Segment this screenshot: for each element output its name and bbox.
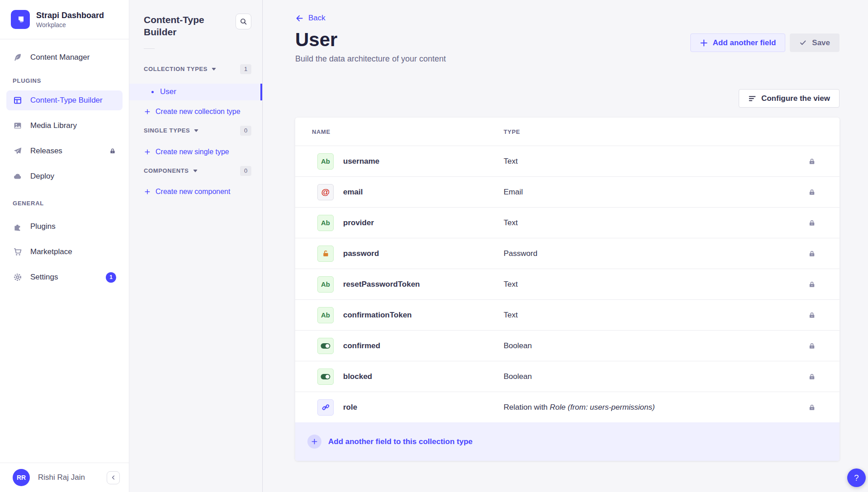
divider — [144, 48, 155, 49]
configure-row: Configure the view — [295, 89, 840, 108]
main-content: Back User Build the data architecture of… — [263, 0, 868, 492]
shopping-cart-icon — [13, 247, 23, 257]
field-name: blocked — [343, 372, 504, 381]
collection-types-count: 1 — [240, 64, 251, 74]
lock-icon — [808, 188, 816, 196]
configure-view-button[interactable]: Configure the view — [739, 89, 840, 108]
lock-icon — [808, 250, 816, 258]
column-header-type: TYPE — [504, 128, 520, 135]
workspace-switcher[interactable]: Strapi Dashboard Workplace — [0, 0, 129, 39]
check-icon — [799, 39, 807, 47]
section-single-types[interactable]: SINGLE TYPES 0 — [129, 126, 262, 136]
table-row: confirmed Boolean — [295, 330, 840, 361]
create-collection-type-link[interactable]: Create new collection type — [129, 106, 262, 117]
relation-field-icon — [317, 399, 334, 416]
settings-notification-badge: 1 — [106, 272, 116, 283]
sidebar-item-label: Plugins — [30, 222, 56, 231]
save-button[interactable]: Save — [790, 33, 840, 52]
text-field-icon: Ab — [317, 153, 334, 170]
collapse-sidebar-button[interactable] — [107, 471, 120, 484]
lock-icon — [808, 219, 816, 227]
help-button[interactable]: ? — [847, 468, 866, 487]
field-type: Relation with Role (from: users-permissi… — [504, 403, 808, 412]
field-type: Boolean — [504, 341, 808, 350]
plus-icon — [144, 109, 151, 115]
field-type: Text — [504, 218, 808, 227]
subnav-header: Content-Type Builder — [129, 14, 262, 38]
sidebar-item-releases[interactable]: Releases — [6, 141, 123, 161]
paper-plane-icon — [13, 146, 23, 156]
sidebar-item-label: Releases — [30, 147, 62, 156]
cloud-icon — [13, 171, 23, 181]
table-row: @ email Email — [295, 176, 840, 207]
lock-icon — [808, 311, 816, 319]
sidebar-item-label: Deploy — [30, 172, 54, 181]
chevron-down-icon — [193, 170, 198, 172]
back-link[interactable]: Back — [295, 14, 326, 23]
lock-icon — [808, 280, 816, 289]
text-field-icon: Ab — [317, 307, 334, 323]
workspace-info: Strapi Dashboard Workplace — [36, 10, 104, 29]
table-row: Ab provider Text — [295, 207, 840, 238]
boolean-field-icon — [317, 369, 334, 385]
add-field-row[interactable]: Add another field to this collection typ… — [295, 422, 840, 461]
sidebar-item-settings[interactable]: Settings 1 — [6, 267, 123, 287]
create-single-type-link[interactable]: Create new single type — [129, 147, 262, 157]
chevron-left-icon — [110, 474, 117, 481]
sidebar-item-content-type-builder[interactable]: Content-Type Builder — [6, 90, 123, 110]
sidebar-item-label: Settings — [30, 273, 58, 282]
components-count: 0 — [240, 166, 251, 176]
section-collection-types[interactable]: COLLECTION TYPES 1 — [129, 64, 262, 74]
sidebar-item-label: Content Manager — [30, 53, 90, 62]
sidebar-item-media-library[interactable]: Media Library — [6, 116, 123, 136]
field-type: Password — [504, 249, 808, 258]
field-type: Boolean — [504, 372, 808, 381]
sidebar-item-content-manager[interactable]: Content Manager — [6, 47, 123, 67]
chevron-down-icon — [212, 68, 216, 71]
list-settings-icon — [748, 95, 756, 103]
single-types-count: 0 — [240, 126, 251, 136]
sidebar-item-deploy[interactable]: Deploy — [6, 166, 123, 186]
subnav-item-user[interactable]: User — [129, 84, 262, 100]
content-type-builder-panel: Content-Type Builder COLLECTION TYPES 1 … — [129, 0, 263, 492]
puzzle-icon — [13, 222, 23, 232]
field-type: Text — [504, 311, 808, 320]
field-type: Text — [504, 280, 808, 289]
plus-icon — [144, 149, 151, 155]
lock-icon — [808, 342, 816, 350]
fields-table-card: NAME TYPE Ab username Text @ email Email… — [295, 118, 840, 461]
plus-icon — [700, 39, 708, 47]
table-row: Ab username Text — [295, 146, 840, 176]
page-subtitle: Build the data architecture of your cont… — [295, 54, 446, 64]
chevron-down-icon — [194, 129, 198, 132]
bullet-icon — [151, 91, 154, 93]
lock-icon — [109, 147, 116, 155]
field-name: username — [343, 157, 504, 166]
sidebar-section-plugins: PLUGINS — [6, 77, 123, 84]
field-name: resetPasswordToken — [343, 280, 504, 289]
boolean-field-icon — [317, 338, 334, 354]
search-button[interactable] — [236, 14, 251, 29]
avatar: RR — [13, 469, 30, 486]
table-header: NAME TYPE — [295, 118, 840, 146]
sidebar-item-marketplace[interactable]: Marketplace — [6, 242, 123, 262]
arrow-left-icon — [295, 14, 304, 23]
table-row: blocked Boolean — [295, 361, 840, 392]
password-field-icon — [317, 246, 334, 262]
field-name: provider — [343, 218, 504, 227]
gear-icon — [13, 272, 23, 282]
lock-icon — [808, 403, 816, 412]
sidebar-item-label: Marketplace — [30, 247, 72, 256]
email-field-icon: @ — [317, 184, 334, 200]
sidebar-section-general: GENERAL — [6, 200, 123, 207]
section-components[interactable]: COMPONENTS 0 — [129, 166, 262, 176]
sidebar-user-area[interactable]: RR Rishi Raj Jain — [0, 463, 129, 492]
sidebar-item-label: Content-Type Builder — [30, 96, 103, 105]
sidebar-item-plugins[interactable]: Plugins — [6, 217, 123, 237]
field-name: role — [343, 403, 504, 412]
add-another-field-button[interactable]: Add another field — [690, 33, 786, 52]
app-title: Strapi Dashboard — [36, 10, 104, 21]
feather-pen-icon — [13, 52, 23, 62]
create-component-link[interactable]: Create new component — [129, 186, 262, 197]
page-header: User Build the data architecture of your… — [295, 29, 840, 64]
